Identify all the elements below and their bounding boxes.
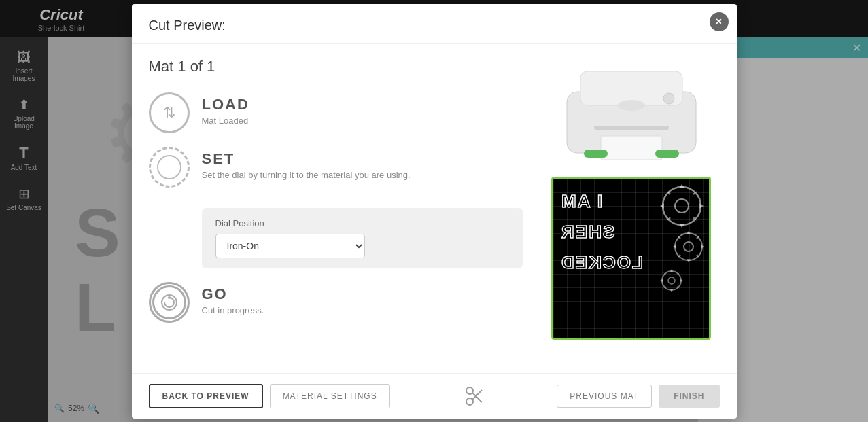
footer-right: PREVIOUS MAT FINISH [557,385,719,408]
svg-point-9 [618,100,645,111]
svg-point-11 [675,199,689,213]
svg-marker-32 [670,269,673,272]
set-inner-circle [157,155,181,179]
footer-center [463,385,485,407]
dial-select[interactable]: Iron-On Cardstock Vinyl Fabric Paper Cus… [215,234,365,258]
printer-svg [546,58,716,166]
svg-point-41 [466,398,473,405]
load-step-content: LOAD Mat Loaded [202,92,523,126]
modal-title: Cut Preview: [149,18,720,33]
svg-marker-34 [660,279,663,282]
modal-body: Mat 1 of 1 ⇅ LOAD Mat Loaded [132,44,737,373]
step-load: ⇅ LOAD Mat Loaded [149,92,523,133]
load-circle: ⇅ [149,92,190,133]
modal-right: I AM SHER LOCKED [543,58,720,359]
material-settings-button[interactable]: MATERIAL SETTINGS [270,384,390,408]
svg-point-31 [668,277,675,284]
load-subtitle: Mat Loaded [202,116,523,126]
set-step-content: SET Set the dial by turning it to the ma… [202,147,523,180]
preview-text-line1: I AM [560,189,602,213]
load-title: LOAD [202,96,523,113]
svg-rect-7 [584,150,608,158]
svg-point-1 [168,296,171,299]
dial-section: Dial Position Iron-On Cardstock Vinyl Fa… [202,208,523,268]
footer-left: BACK TO PREVIEW MATERIAL SETTINGS [149,384,390,408]
modal-close-button[interactable]: × [710,12,729,31]
step-go: GO Cut in progress. [149,282,523,323]
load-arrow-icon: ⇅ [163,104,175,122]
preview-text-line3: LOCKED [560,250,643,275]
printer-illustration [546,58,716,166]
dial-label: Dial Position [215,218,509,228]
svg-rect-8 [655,150,679,158]
svg-rect-4 [594,126,669,130]
previous-mat-button[interactable]: PREVIOUS MAT [557,385,652,408]
svg-point-6 [663,93,674,104]
cut-preview-modal: Cut Preview: × Mat 1 of 1 ⇅ LOAD Mat Loa… [132,4,737,419]
svg-marker-33 [670,289,673,292]
modal-overlay: Cut Preview: × Mat 1 of 1 ⇅ LOAD Mat Loa… [0,0,868,422]
go-swirl-icon [159,292,179,313]
preview-text-line2: SHER [560,219,614,244]
step-set: SET Set the dial by turning it to the ma… [149,147,523,188]
svg-point-21 [684,242,693,251]
cut-preview-box: I AM SHER LOCKED [551,177,711,340]
back-to-preview-button[interactable]: BACK TO PREVIEW [149,384,263,408]
set-title: SET [202,150,523,168]
svg-rect-5 [601,136,662,160]
modal-header: Cut Preview: × [132,4,737,44]
mat-info: Mat 1 of 1 [149,58,523,75]
finish-button[interactable]: FINISH [659,385,719,408]
go-circle [149,282,190,323]
go-circle-inner [152,285,186,319]
modal-steps: Mat 1 of 1 ⇅ LOAD Mat Loaded [149,58,523,359]
scissors-icon [463,385,485,407]
go-title: GO [202,285,523,303]
modal-footer: BACK TO PREVIEW MATERIAL SETTINGS PREVIO… [132,373,737,419]
set-circle [149,147,190,188]
preview-gears-svg [648,179,709,301]
go-step-content: GO Cut in progress. [202,282,523,315]
svg-marker-35 [680,279,683,282]
set-subtitle: Set the dial by turning it to the materi… [202,170,523,180]
go-subtitle: Cut in progress. [202,305,523,315]
